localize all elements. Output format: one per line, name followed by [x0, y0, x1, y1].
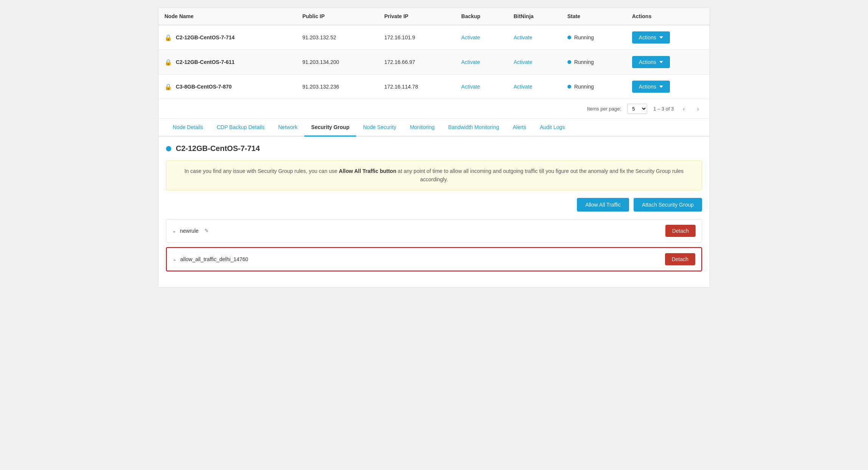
tab-monitoring[interactable]: Monitoring [403, 119, 441, 137]
state-text: Running [574, 59, 594, 65]
alert-text-2: at any point of time to allow all incomi… [396, 168, 684, 182]
node-name-cell: 🔒 C2-12GB-CentOS-7-714 [158, 25, 296, 50]
lock-icon: 🔒 [164, 34, 172, 41]
tabs-bar: Node DetailsCDP Backup DetailsNetworkSec… [158, 119, 710, 137]
col-actions: Actions [626, 8, 710, 25]
col-public-ip: Public IP [296, 8, 378, 25]
col-private-ip: Private IP [378, 8, 455, 25]
sg-row-left: ⌄newrule✎ [172, 228, 209, 234]
sg-row-left: ⌄allow_all_traffic_delhi_14760 [173, 256, 248, 262]
pagination-prev-button[interactable]: ‹ [680, 105, 688, 113]
backup-cell[interactable]: Activate [455, 50, 507, 75]
table-row: 🔒 C2-12GB-CentOS-7-714 91.203.132.52172.… [158, 25, 710, 50]
actions-button[interactable]: Actions [632, 81, 670, 93]
pagination-next-button[interactable]: › [694, 105, 702, 113]
state-cell: Running [561, 25, 626, 50]
tab-node-details[interactable]: Node Details [166, 119, 210, 137]
backup-activate-link[interactable]: Activate [461, 59, 480, 65]
tab-audit-logs[interactable]: Audit Logs [533, 119, 572, 137]
state-text: Running [574, 34, 594, 40]
actions-button[interactable]: Actions [632, 31, 670, 44]
tab-alerts[interactable]: Alerts [506, 119, 533, 137]
action-buttons-row: Allow All Traffic Attach Security Group [166, 198, 702, 212]
sg-expand-chevron[interactable]: ⌄ [172, 228, 176, 233]
node-name-cell: 🔒 C2-12GB-CentOS-7-611 [158, 50, 296, 75]
public-ip-cell: 91.203.132.236 [296, 75, 378, 99]
actions-cell[interactable]: Actions [626, 25, 710, 50]
col-node-name: Node Name [158, 8, 296, 25]
lock-icon: 🔒 [164, 83, 172, 90]
chevron-down-icon [659, 86, 663, 88]
backup-activate-link[interactable]: Activate [461, 34, 480, 40]
lock-icon: 🔒 [164, 59, 172, 66]
page-container: Node Name Public IP Private IP Backup Bi… [158, 8, 710, 288]
security-group-row-0: ⌄newrule✎Detach [166, 219, 702, 243]
detach-button[interactable]: Detach [665, 253, 695, 265]
private-ip-cell: 172.16.114.78 [378, 75, 455, 99]
status-dot [567, 60, 571, 64]
tab-node-security[interactable]: Node Security [356, 119, 403, 137]
node-name-text[interactable]: C2-12GB-CentOS-7-714 [176, 34, 235, 40]
public-ip-cell: 91.203.134.200 [296, 50, 378, 75]
security-group-row-1: ⌄allow_all_traffic_delhi_14760Detach [166, 247, 702, 271]
node-status-dot [166, 146, 171, 151]
tab-cdp-backup-details[interactable]: CDP Backup Details [210, 119, 271, 137]
chevron-down-icon [659, 36, 663, 39]
actions-cell[interactable]: Actions [626, 50, 710, 75]
node-header-title: C2-12GB-CentOS-7-714 [176, 144, 260, 153]
node-table: Node Name Public IP Private IP Backup Bi… [158, 8, 710, 99]
state-cell: Running [561, 75, 626, 99]
bitninja-activate-link[interactable]: Activate [513, 59, 532, 65]
bitninja-activate-link[interactable]: Activate [513, 34, 532, 40]
chevron-down-icon [659, 61, 663, 63]
col-state: State [561, 8, 626, 25]
bitninja-cell[interactable]: Activate [507, 25, 561, 50]
state-cell: Running [561, 50, 626, 75]
node-name-text[interactable]: C3-8GB-CentOS-7-870 [176, 84, 232, 90]
backup-activate-link[interactable]: Activate [461, 84, 480, 90]
tab-bandwidth-monitoring[interactable]: Bandwidth Monitoring [442, 119, 506, 137]
allow-all-traffic-button[interactable]: Allow All Traffic [577, 198, 629, 212]
alert-bold: Allow All Traffic button [339, 168, 396, 174]
public-ip-cell: 91.203.132.52 [296, 25, 378, 50]
table-header-row: Node Name Public IP Private IP Backup Bi… [158, 8, 710, 25]
node-name-text[interactable]: C2-12GB-CentOS-7-611 [176, 59, 235, 65]
status-dot [567, 36, 571, 39]
pagination-range: 1 – 3 of 3 [653, 106, 674, 112]
attach-security-group-button[interactable]: Attach Security Group [634, 198, 702, 212]
node-header: C2-12GB-CentOS-7-714 [166, 144, 702, 153]
tab-network[interactable]: Network [271, 119, 304, 137]
actions-button[interactable]: Actions [632, 56, 670, 68]
sg-expand-chevron[interactable]: ⌄ [173, 257, 177, 262]
bitninja-activate-link[interactable]: Activate [513, 84, 532, 90]
sg-name-text: allow_all_traffic_delhi_14760 [180, 256, 248, 262]
status-dot [567, 85, 571, 89]
alert-box: In case you find any issue with Security… [166, 160, 702, 190]
col-bitninja: BitNinja [507, 8, 561, 25]
pagination-bar: Items per page: 5 10 25 1 – 3 of 3 ‹ › [158, 99, 710, 119]
state-text: Running [574, 84, 594, 90]
bitninja-cell[interactable]: Activate [507, 75, 561, 99]
actions-cell[interactable]: Actions [626, 75, 710, 99]
backup-cell[interactable]: Activate [455, 75, 507, 99]
security-groups-list: ⌄newrule✎Detach⌄allow_all_traffic_delhi_… [166, 219, 702, 271]
private-ip-cell: 172.16.101.9 [378, 25, 455, 50]
node-name-cell: 🔒 C3-8GB-CentOS-7-870 [158, 75, 296, 99]
backup-cell[interactable]: Activate [455, 25, 507, 50]
sg-name-text: newrule [180, 228, 198, 234]
sg-edit-icon[interactable]: ✎ [205, 228, 209, 233]
col-backup: Backup [455, 8, 507, 25]
items-per-page-select[interactable]: 5 10 25 [627, 104, 647, 114]
alert-text-1: In case you find any issue with Security… [184, 168, 339, 174]
detail-panel: C2-12GB-CentOS-7-714 In case you find an… [158, 137, 710, 287]
private-ip-cell: 172.16.66.97 [378, 50, 455, 75]
bitninja-cell[interactable]: Activate [507, 50, 561, 75]
table-row: 🔒 C3-8GB-CentOS-7-870 91.203.132.236172.… [158, 75, 710, 99]
table-row: 🔒 C2-12GB-CentOS-7-611 91.203.134.200172… [158, 50, 710, 75]
items-per-page-label: Items per page: [587, 106, 621, 112]
detach-button[interactable]: Detach [665, 225, 696, 237]
tab-security-group[interactable]: Security Group [304, 119, 356, 137]
